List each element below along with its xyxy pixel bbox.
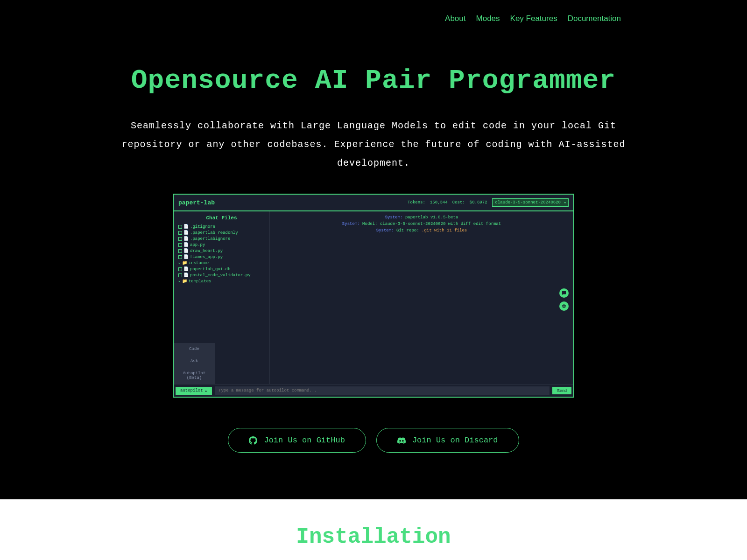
folder-icon: 📁 bbox=[182, 260, 187, 266]
file-item[interactable]: 📄app.py bbox=[178, 242, 265, 248]
sys2-text-b: diff bbox=[461, 222, 471, 226]
hero-subtitle: Seamlessly collaborate with Large Langua… bbox=[117, 117, 630, 173]
github-button[interactable]: Join Us on GitHub bbox=[228, 428, 366, 453]
sys1-label: System: bbox=[385, 215, 403, 220]
file-item[interactable]: 📄.gitignore bbox=[178, 224, 265, 230]
file-item[interactable]: ▸📁instance bbox=[178, 260, 265, 266]
gear-icon bbox=[562, 304, 566, 308]
file-name: instance bbox=[189, 261, 209, 266]
file-checkbox[interactable] bbox=[178, 237, 182, 241]
model-select-value: claude-3-5-sonnet-20240620 bbox=[495, 200, 561, 205]
file-icon: 📄 bbox=[183, 254, 189, 259]
file-checkbox[interactable] bbox=[178, 255, 182, 259]
nav-docs[interactable]: Documentation bbox=[568, 14, 621, 23]
file-list: 📄.gitignore📄.papertlab_readonly📄.papertl… bbox=[178, 224, 265, 284]
file-checkbox[interactable] bbox=[178, 249, 182, 253]
hero-title: Opensource AI Pair Programmer bbox=[0, 65, 747, 96]
chevron-down-icon: ▾ bbox=[564, 200, 566, 205]
file-name: templates bbox=[189, 279, 211, 284]
file-name: flames_app.py bbox=[190, 255, 223, 259]
mode-current-label: autopilot bbox=[180, 388, 203, 393]
sys2-text-a: Model: claude-3-5-sonnet-20240620 with bbox=[362, 222, 461, 226]
file-name: papertlab_gui.db bbox=[190, 267, 230, 272]
file-icon: 📄 bbox=[183, 236, 189, 241]
mode-current-button[interactable]: autopilot ▴ bbox=[176, 387, 212, 395]
expand-icon: ▸ bbox=[178, 279, 181, 283]
file-item[interactable]: 📄.papertlabignore bbox=[178, 236, 265, 242]
top-nav: About Modes Key Features Documentation bbox=[0, 0, 747, 23]
install-title: Installation bbox=[0, 525, 747, 549]
file-icon: 📄 bbox=[183, 230, 189, 235]
cost-label: Cost: bbox=[452, 200, 465, 205]
sys3-label: System: bbox=[376, 228, 394, 233]
file-icon: 📄 bbox=[183, 224, 189, 229]
app-title: papert-lab bbox=[178, 199, 215, 206]
expand-icon: ▸ bbox=[178, 261, 181, 265]
nav-features[interactable]: Key Features bbox=[510, 14, 557, 23]
sys2-label: System: bbox=[342, 222, 360, 226]
file-checkbox[interactable] bbox=[178, 243, 182, 247]
tokens-value: 150,344 bbox=[430, 200, 448, 205]
sys1-text: papertlab v1.0.5-beta bbox=[405, 215, 458, 220]
sys2-text-c: edit format bbox=[471, 222, 501, 226]
message-input[interactable] bbox=[215, 386, 550, 395]
nav-modes[interactable]: Modes bbox=[476, 14, 500, 23]
file-item[interactable]: 📄.papertlab_readonly bbox=[178, 230, 265, 236]
discord-icon bbox=[397, 436, 406, 445]
mode-code[interactable]: Code bbox=[174, 343, 215, 355]
github-label: Join Us on GitHub bbox=[264, 436, 345, 445]
app-screenshot: papert-lab Tokens: 150,344 Cost: $0.6972… bbox=[173, 194, 574, 398]
file-name: app.py bbox=[190, 243, 205, 247]
file-name: .gitignore bbox=[190, 224, 215, 229]
file-checkbox[interactable] bbox=[178, 267, 182, 271]
file-item[interactable]: 📄papertlab_gui.db bbox=[178, 266, 265, 272]
file-checkbox[interactable] bbox=[178, 225, 182, 229]
chat-fab[interactable] bbox=[559, 288, 569, 298]
file-checkbox[interactable] bbox=[178, 231, 182, 235]
file-checkbox[interactable] bbox=[178, 273, 182, 277]
tokens-label: Tokens: bbox=[408, 200, 425, 205]
sidebar-title: Chat Files bbox=[178, 215, 265, 221]
chevron-up-icon: ▴ bbox=[205, 388, 207, 393]
mode-ask[interactable]: Ask bbox=[174, 355, 215, 367]
file-item[interactable]: 📄postal_code_validator.py bbox=[178, 272, 265, 278]
settings-fab[interactable] bbox=[559, 301, 569, 311]
file-item[interactable]: 📄draw_heart.py bbox=[178, 248, 265, 254]
send-button[interactable]: Send bbox=[552, 387, 571, 394]
file-icon: 📄 bbox=[183, 242, 189, 247]
github-icon bbox=[249, 436, 257, 445]
file-name: .papertlab_readonly bbox=[190, 231, 238, 235]
file-name: postal_code_validator.py bbox=[190, 273, 251, 278]
sys3-text-a: Git repo: bbox=[396, 228, 422, 233]
chat-icon bbox=[562, 291, 566, 295]
model-select[interactable]: claude-3-5-sonnet-20240620 ▾ bbox=[492, 198, 569, 207]
file-name: draw_heart.py bbox=[190, 249, 223, 253]
mode-autopilot[interactable]: Autopilot (Beta) bbox=[174, 367, 215, 384]
file-icon: 📄 bbox=[183, 266, 189, 272]
discord-button[interactable]: Join Us on Discard bbox=[376, 428, 519, 453]
nav-about[interactable]: About bbox=[445, 14, 465, 23]
file-item[interactable]: 📄flames_app.py bbox=[178, 254, 265, 260]
mode-menu: Code Ask Autopilot (Beta) bbox=[174, 343, 215, 384]
folder-icon: 📁 bbox=[182, 279, 187, 284]
sys3-text-b: .git with 11 files bbox=[422, 228, 467, 233]
file-icon: 📄 bbox=[183, 273, 189, 278]
file-name: .papertlabignore bbox=[190, 237, 230, 241]
file-item[interactable]: ▸📁templates bbox=[178, 278, 265, 284]
file-icon: 📄 bbox=[183, 248, 189, 253]
discord-label: Join Us on Discard bbox=[412, 436, 498, 445]
cost-value: $0.6972 bbox=[470, 200, 487, 205]
